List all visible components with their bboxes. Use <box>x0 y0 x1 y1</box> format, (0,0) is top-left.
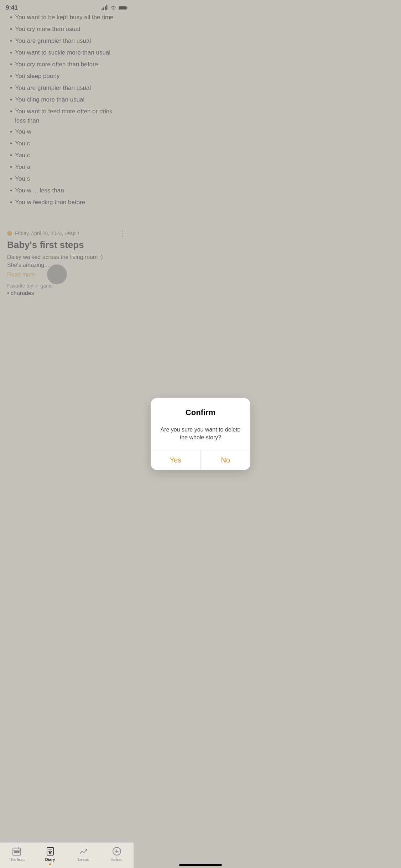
modal-overlay: Confirm Are you sure you want to delete … <box>0 0 134 296</box>
